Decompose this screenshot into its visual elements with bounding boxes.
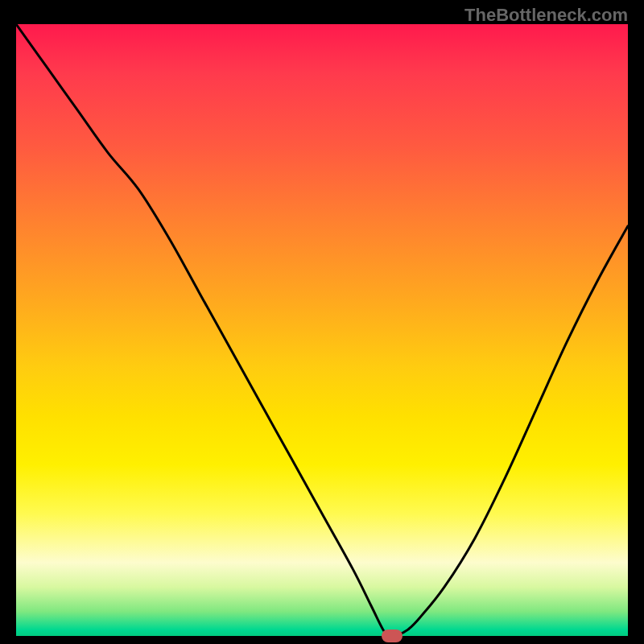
chart-svg xyxy=(16,24,628,636)
chart-plot-area xyxy=(16,24,628,636)
watermark-text: TheBottleneck.com xyxy=(464,5,628,26)
bottleneck-curve-line xyxy=(16,24,628,636)
optimal-point-marker xyxy=(382,630,402,642)
